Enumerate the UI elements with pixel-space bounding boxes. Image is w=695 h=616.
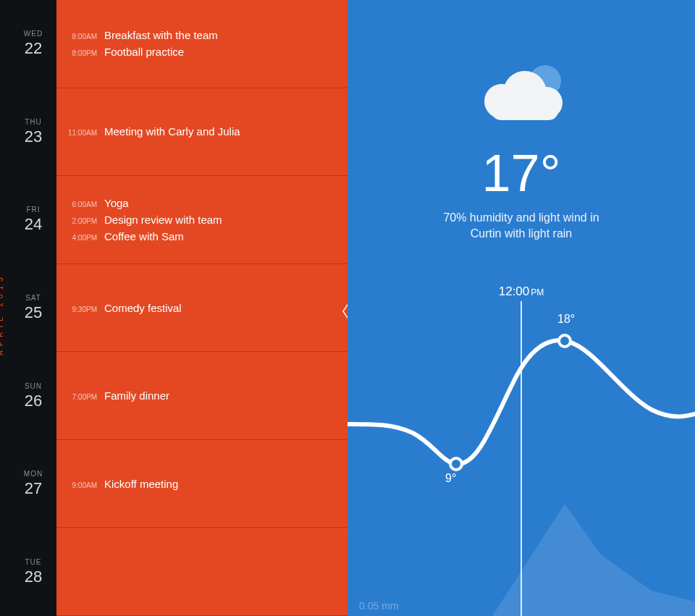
event-row[interactable]: 6:00AMYoga (65, 197, 336, 209)
event-row[interactable]: 9:30PMComedy festival (65, 302, 336, 314)
event-title: Family dinner (104, 389, 169, 402)
weather-panel: 17° 70% humidity and light wind in Curti… (348, 0, 695, 616)
svg-rect-4 (492, 101, 558, 120)
agenda-cell[interactable]: 7:00PMFamily dinner (56, 352, 348, 440)
weather-icon (467, 56, 576, 139)
hourly-chart (348, 301, 695, 616)
agenda-cell[interactable] (56, 528, 348, 616)
day-number: 23 (25, 127, 42, 146)
date-cell[interactable]: SUN26 (10, 352, 56, 440)
event-title: Breakfast with the team (104, 29, 218, 41)
agenda-cell[interactable]: 8:00AMBreakfast with the team8:00PMFootb… (56, 0, 348, 88)
event-row[interactable]: 4:00PMCoffee with Sam (65, 230, 336, 242)
date-column: WED22THU23FRI24SAT25SUN26MON27TUE28 (10, 0, 56, 616)
month-spine: APRIL 2015 (0, 0, 10, 616)
event-time: 7:00PM (65, 393, 97, 401)
agenda-cell[interactable]: 6:00AMYoga2:00PMDesign review with team4… (56, 176, 348, 264)
event-time: 4:00PM (65, 234, 97, 242)
day-number: 22 (25, 39, 42, 58)
day-of-week: MON (24, 470, 43, 478)
date-cell[interactable]: WED22 (10, 0, 56, 88)
time-marker-time: 12:00 (499, 284, 530, 298)
forecast-low: 9° (445, 472, 456, 485)
event-row[interactable]: 8:00AMBreakfast with the team (65, 29, 336, 41)
event-title: Comedy festival (104, 302, 182, 314)
event-title: Yoga (104, 197, 129, 209)
event-row[interactable]: 11:00AMMeeting with Carly and Julia (65, 125, 336, 138)
event-time: 9:00AM (65, 481, 97, 489)
event-time: 2:00PM (65, 217, 97, 225)
month-label: APRIL 2015 (0, 273, 4, 355)
date-cell[interactable]: THU23 (10, 88, 56, 177)
date-cell[interactable]: SAT25 (10, 264, 56, 353)
agenda-column: 8:00AMBreakfast with the team8:00PMFootb… (56, 0, 348, 616)
event-time: 11:00AM (65, 129, 97, 137)
svg-point-7 (559, 335, 570, 347)
weather-description-line2: Curtin with light rain (471, 227, 573, 240)
event-row[interactable]: 2:00PMDesign review with team (65, 214, 336, 226)
event-row[interactable]: 9:00AMKickoff meeting (65, 478, 336, 490)
date-cell[interactable]: FRI24 (10, 176, 56, 264)
event-time: 9:30PM (65, 305, 97, 313)
event-time: 8:00AM (65, 33, 97, 41)
day-of-week: WED (24, 30, 43, 38)
day-number: 26 (25, 392, 42, 410)
day-number: 25 (25, 303, 42, 322)
current-temperature: 17° (348, 143, 695, 203)
weather-description: 70% humidity and light wind in Curtin wi… (405, 210, 637, 242)
event-title: Coffee with Sam (104, 230, 184, 242)
event-row[interactable]: 8:00PMFootball practice (65, 46, 336, 58)
agenda-cell[interactable]: 11:00AMMeeting with Carly and Julia (56, 88, 348, 177)
day-of-week: SAT (25, 294, 41, 302)
day-of-week: FRI (26, 206, 40, 214)
day-of-week: SUN (25, 382, 42, 390)
time-marker-ampm: PM (531, 287, 544, 298)
forecast-high: 18° (557, 313, 575, 326)
date-cell[interactable]: TUE28 (10, 528, 56, 616)
event-title: Design review with team (104, 214, 222, 226)
precip-label: 0.05 mm (359, 600, 398, 612)
event-title: Kickoff meeting (104, 478, 178, 490)
agenda-cell[interactable]: 9:00AMKickoff meeting (56, 440, 348, 528)
day-number: 27 (25, 479, 42, 498)
day-number: 28 (25, 568, 42, 586)
event-time: 8:00PM (65, 49, 97, 57)
time-marker: 12:00PM (348, 284, 695, 299)
event-row[interactable]: 7:00PMFamily dinner (65, 389, 336, 402)
event-title: Football practice (104, 46, 184, 58)
weather-description-line1: 70% humidity and light wind in (443, 211, 599, 224)
event-title: Meeting with Carly and Julia (104, 125, 240, 138)
day-number: 24 (25, 215, 42, 234)
agenda-cell[interactable]: 9:30PMComedy festival (56, 264, 348, 353)
event-time: 6:00AM (65, 201, 97, 208)
day-of-week: TUE (25, 558, 42, 566)
day-of-week: THU (25, 118, 42, 126)
date-cell[interactable]: MON27 (10, 440, 56, 528)
svg-point-6 (450, 458, 462, 470)
